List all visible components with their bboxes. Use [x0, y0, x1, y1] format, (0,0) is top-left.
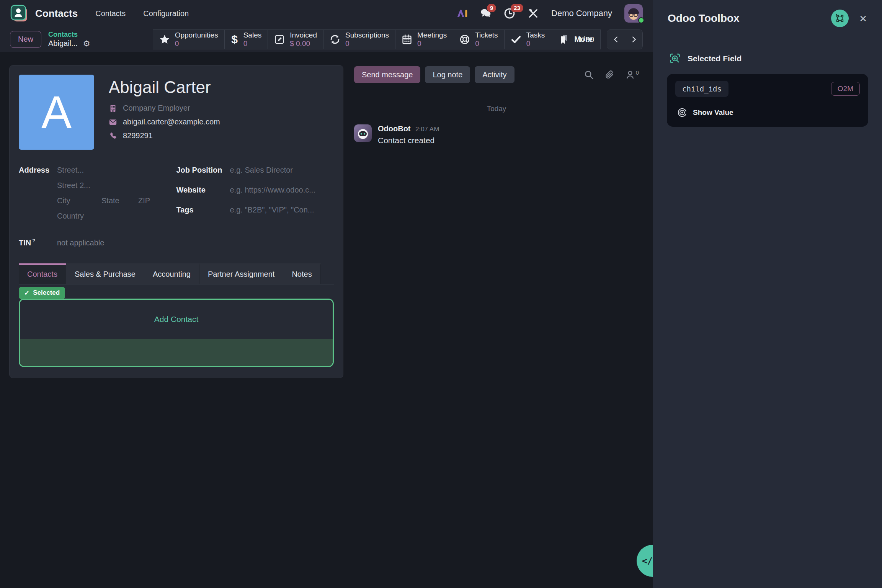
- calendar-icon: [402, 34, 412, 45]
- company-placeholder: Company Employer: [123, 104, 190, 113]
- ai-icon[interactable]: [456, 8, 468, 19]
- envelope-icon: [109, 118, 117, 126]
- date-divider: Today: [354, 105, 639, 113]
- breadcrumb: Contacts Abigail... ⚙: [48, 31, 90, 48]
- tab-notes[interactable]: Notes: [283, 263, 320, 284]
- log-note-button[interactable]: Log note: [425, 66, 470, 83]
- street-input[interactable]: Street...: [57, 166, 150, 175]
- job-position-label: Job Position: [176, 166, 230, 175]
- online-status-dot: [638, 17, 644, 23]
- selected-field-badge: ✓ Selected: [19, 287, 65, 299]
- field-name-pill[interactable]: child_ids: [675, 81, 728, 97]
- email-field[interactable]: abigail.carter@example.com: [109, 118, 220, 126]
- city-input[interactable]: City: [57, 196, 101, 205]
- stat-meetings[interactable]: Meetings0: [395, 30, 453, 49]
- tab-sales-purchase[interactable]: Sales & Purchase: [66, 263, 144, 284]
- control-panel: New Contacts Abigail... ⚙ Opportunities0…: [0, 27, 653, 52]
- chevron-left-icon: [612, 35, 620, 44]
- state-input[interactable]: State: [101, 196, 138, 205]
- tags-input[interactable]: e.g. "B2B", "VIP", "Con...: [230, 206, 314, 214]
- address-label: Address: [19, 166, 57, 175]
- menu-configuration[interactable]: Configuration: [143, 9, 189, 18]
- gear-icon[interactable]: ⚙: [83, 39, 90, 47]
- phone-value: 8299291: [123, 131, 153, 140]
- help-question-icon[interactable]: ?: [32, 238, 35, 243]
- stat-subscriptions[interactable]: Subscriptions0: [323, 30, 395, 49]
- messages-badge: 9: [487, 4, 496, 12]
- star-icon: [159, 34, 170, 45]
- close-icon[interactable]: ×: [859, 12, 867, 24]
- activity-button[interactable]: Activity: [475, 66, 514, 83]
- email-value: abigail.carter@example.com: [123, 118, 220, 126]
- tools-icon[interactable]: [528, 8, 539, 19]
- phone-field[interactable]: 8299291: [109, 131, 220, 140]
- eye-icon: [677, 108, 687, 118]
- contact-form-card: A Abigail Carter Company Employer abigai…: [9, 65, 343, 378]
- tab-partner-assignment[interactable]: Partner Assignment: [199, 263, 284, 284]
- messages-icon[interactable]: 9: [480, 8, 492, 19]
- toolbox-header: Odoo Toolbox ×: [653, 0, 882, 37]
- pager-nav: [607, 29, 643, 49]
- show-value-button[interactable]: Show Value: [675, 108, 860, 118]
- next-record-button[interactable]: [625, 30, 642, 49]
- refresh-icon: [330, 34, 340, 45]
- main-area: Contacts Contacts Configuration 9 23: [0, 0, 653, 588]
- contact-avatar[interactable]: A: [19, 75, 94, 150]
- details-column: Job Position e.g. Sales Director Website…: [176, 166, 334, 247]
- country-input[interactable]: Country: [57, 212, 150, 220]
- breadcrumb-current: Abigail...: [48, 39, 78, 48]
- breadcrumb-parent[interactable]: Contacts: [48, 31, 90, 39]
- selected-field-card: child_ids O2M Show Value: [667, 74, 868, 127]
- odoobot-avatar[interactable]: [354, 124, 372, 142]
- zip-input[interactable]: ZIP: [138, 196, 150, 205]
- job-position-input[interactable]: e.g. Sales Director: [230, 166, 293, 175]
- life-ring-icon: [459, 34, 470, 45]
- field-type-badge: O2M: [831, 82, 860, 96]
- tab-contacts[interactable]: Contacts: [19, 263, 66, 284]
- phone-icon: [109, 132, 117, 140]
- notebook-tabs: Contacts Sales & Purchase Accounting Par…: [19, 263, 334, 284]
- previous-record-button[interactable]: [607, 30, 625, 49]
- send-message-button[interactable]: Send message: [354, 66, 420, 83]
- new-button[interactable]: New: [10, 31, 41, 48]
- contacts-list-empty-row: [20, 339, 333, 366]
- company-switcher[interactable]: Demo Company: [551, 8, 612, 18]
- stat-opportunities[interactable]: Opportunities0: [153, 30, 225, 49]
- search-messages-icon[interactable]: [584, 70, 594, 80]
- attachment-icon[interactable]: [604, 70, 614, 80]
- menu-contacts[interactable]: Contacts: [95, 9, 126, 18]
- message-body: Contact created: [378, 136, 439, 145]
- bookmark-icon: [559, 34, 569, 45]
- tin-value[interactable]: not applicable: [57, 238, 104, 247]
- stat-more-button[interactable]: More 1/80: [551, 30, 600, 49]
- tags-label: Tags: [176, 206, 230, 214]
- date-divider-label: Today: [487, 105, 506, 113]
- chatter: Send message Log note Activity 0 Toda: [343, 52, 653, 588]
- stat-invoiced[interactable]: Invoiced$ 0.00: [268, 30, 323, 49]
- add-contact-button[interactable]: Add Contact: [20, 300, 333, 339]
- chevron-right-icon: [630, 35, 638, 44]
- tab-accounting[interactable]: Accounting: [144, 263, 199, 284]
- company-field[interactable]: Company Employer: [109, 104, 220, 113]
- user-avatar[interactable]: [624, 4, 643, 23]
- message-author[interactable]: OdooBot: [378, 124, 411, 133]
- stat-button-bar: Opportunities0 $ Sales0 Invoiced$ 0.00 S…: [153, 29, 601, 49]
- contact-name[interactable]: Abigail Carter: [109, 78, 220, 97]
- tin-label: TIN?: [19, 238, 57, 247]
- field-picker-button[interactable]: [831, 10, 849, 27]
- follower-person-icon: [625, 70, 635, 80]
- contacts-app-icon[interactable]: [10, 4, 28, 23]
- stat-sales[interactable]: $ Sales0: [225, 30, 268, 49]
- stat-tasks[interactable]: Tasks0: [505, 30, 552, 49]
- odoo-toolbox-panel: Odoo Toolbox × Selected Field child_ids …: [653, 0, 882, 588]
- address-column: Address Street... Street 2... City State…: [19, 166, 176, 247]
- activities-clock-icon[interactable]: 23: [504, 8, 515, 19]
- website-input[interactable]: e.g. https://www.odoo.c...: [230, 186, 315, 194]
- follower-count: 0: [636, 70, 639, 75]
- street2-input[interactable]: Street 2...: [57, 181, 150, 190]
- stat-tickets[interactable]: Tickets0: [453, 30, 504, 49]
- field-scan-icon: [669, 52, 681, 65]
- message-time: 2:07 AM: [415, 126, 439, 133]
- followers-button[interactable]: 0: [625, 70, 639, 80]
- contacts-list-highlighted: Add Contact: [19, 299, 334, 367]
